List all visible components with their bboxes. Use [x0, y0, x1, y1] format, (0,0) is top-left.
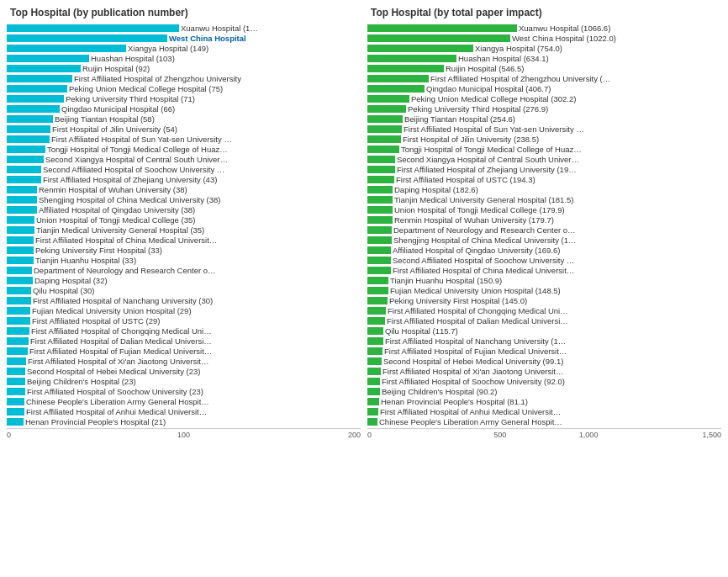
bar: [7, 95, 64, 103]
bar: [367, 45, 473, 52]
bar-row: Qingdao Municipal Hospital (406.7): [367, 84, 721, 93]
bar-row: Henan Provincial People's Hospital (81.1…: [367, 397, 721, 406]
bar-row: Chinese People's Liberation Army General…: [367, 417, 721, 426]
right-x-axis: 05001,0001,500: [367, 428, 721, 439]
bar: [7, 357, 26, 365]
bar-row: First Affiliated Hospital of Chongqing M…: [367, 306, 721, 315]
bar: [367, 368, 381, 375]
bar-row: Huashan Hospital (634.1): [367, 54, 721, 63]
bar: [367, 176, 394, 183]
bar: [7, 408, 24, 416]
bar-label: Tongji Hospital of Tongji Medical Colleg…: [45, 145, 230, 154]
bar-row: First Affiliated Hospital of Chongqing M…: [7, 326, 361, 336]
left-x-axis: 0100200: [7, 428, 361, 439]
bar-label: Xuanwu Hospital (1…: [179, 24, 258, 33]
bar-label: Henan Provincial People's Hospital (21): [24, 417, 166, 426]
bar-label: First Affiliated Hospital of Anhui Medic…: [378, 407, 563, 416]
bar-label: Beijing Children's Hospital (90.2): [380, 387, 498, 396]
bar: [7, 388, 25, 395]
bar-row: Second Hospital of Hebei Medical Univers…: [7, 367, 361, 376]
bar-row: Affiliated Hospital of Qingdao Universit…: [7, 205, 361, 214]
bar-row: First Hospital of Jilin University (54): [7, 124, 361, 134]
bar-row: First Affiliated Hospital of Anhui Medic…: [367, 407, 721, 416]
bar-label: First Affiliated Hospital of Dalian Medi…: [385, 316, 570, 326]
bar-row: Tianjin Huanhu Hospital (33): [7, 256, 361, 265]
x-tick: 0: [367, 431, 456, 439]
bar-row: Beijing Children's Hospital (23): [7, 377, 361, 386]
bar-row: Daping Hospital (32): [7, 276, 361, 285]
bar-row: Daping Hospital (182.6): [367, 185, 721, 194]
bar-row: Tianjin Huanhu Hospital (150.9): [367, 276, 721, 285]
bar-label: Fujian Medical University Union Hospital…: [388, 286, 561, 295]
bar: [7, 45, 126, 52]
x-tick: 1,000: [545, 431, 633, 439]
bar-label: First Hospital of Jilin University (238.…: [401, 135, 539, 144]
bar-row: First Affiliated Hospital of USTC (194.3…: [367, 175, 721, 184]
bar: [367, 418, 377, 426]
bar-row: First Affiliated Hospital of Anhui Medic…: [7, 407, 361, 416]
bar-label: First Affiliated Hospital of Soochow Uni…: [25, 387, 203, 396]
bar-row: West China Hospital: [7, 34, 361, 43]
bar: [7, 156, 44, 163]
bar: [367, 75, 429, 82]
bar: [367, 226, 392, 234]
bar-row: Second Xiangya Hospital of Central South…: [7, 155, 361, 164]
bar-label: Fujian Medical University Union Hospital…: [30, 306, 192, 315]
bar-label: First Affiliated Hospital of Xi'an Jiaot…: [381, 367, 566, 376]
bar-label: Tianjin Medical University General Hospi…: [393, 195, 574, 204]
bar-row: Peking Union Medical College Hospital (3…: [367, 94, 721, 103]
bar-label: Qingdao Municipal Hospital (406.7): [425, 84, 551, 93]
bar: [7, 277, 33, 284]
right-chart-title: Top Hospital (by total paper impact): [367, 7, 721, 19]
bar-row: Qilu Hospital (30): [7, 286, 361, 295]
bar-row: First Affiliated Hospital of Nanchang Un…: [7, 296, 361, 305]
bar-label: Xiangya Hospital (754.0): [473, 44, 562, 53]
bar-label: Qilu Hospital (115.7): [383, 326, 458, 336]
bar-row: Department of Neurology and Research Cen…: [367, 225, 721, 235]
bar: [7, 34, 167, 42]
bar-label: Department of Neurology and Research Cen…: [392, 225, 577, 235]
bar-row: First Affiliated Hospital of Fujian Medi…: [7, 347, 361, 356]
bar-label: First Affiliated Hospital of Dalian Medi…: [29, 336, 214, 346]
bar-row: Second Hospital of Hebei Medical Univers…: [367, 357, 721, 366]
bar-label: First Affiliated Hospital of Fujian Medi…: [28, 347, 213, 356]
bar: [7, 368, 25, 375]
x-tick: 100: [124, 431, 242, 439]
bar: [367, 297, 388, 304]
bar-label: Second Affiliated Hospital of Soochow Un…: [391, 256, 576, 265]
bar-label: First Affiliated Hospital of Chongqing M…: [386, 306, 571, 315]
bar-label: First Affiliated Hospital of Sun Yat-sen…: [50, 135, 235, 144]
bar: [367, 398, 379, 405]
bar-row: Renmin Hospital of Wuhan University (179…: [367, 215, 721, 225]
bar: [367, 55, 456, 62]
bar: [367, 287, 388, 294]
bar: [367, 135, 401, 143]
bar: [7, 55, 89, 62]
bar: [367, 357, 382, 365]
bar-row: Beijing Tiantan Hospital (254.6): [367, 114, 721, 124]
bar: [367, 307, 386, 315]
bar: [367, 65, 444, 72]
bar-row: Henan Provincial People's Hospital (21): [7, 417, 361, 426]
bar-label: First Affiliated Hospital of USTC (29): [30, 316, 160, 326]
bar: [367, 257, 391, 264]
bar: [7, 196, 37, 204]
x-tick: 200: [243, 431, 361, 439]
bar-row: First Affiliated Hospital of Zhejiang Un…: [367, 165, 721, 174]
bar: [367, 408, 378, 416]
bar-row: First Affiliated Hospital of USTC (29): [7, 316, 361, 326]
x-tick: 0: [7, 431, 124, 439]
bar-label: Beijing Tiantan Hospital (58): [53, 114, 155, 124]
bar-row: First Affiliated Hospital of Zhengzhou U…: [7, 74, 361, 83]
bar-label: Renmin Hospital of Wuhan University (38): [37, 185, 187, 194]
bar: [367, 156, 395, 163]
bar-row: Peking University Third Hospital (276.9): [367, 104, 721, 114]
left-chart-title: Top Hospital (by publication number): [7, 7, 361, 19]
bar-row: Union Hospital of Tongji Medical College…: [367, 205, 721, 214]
bar: [7, 307, 30, 315]
bar-row: First Affiliated Hospital of China Medic…: [7, 236, 361, 245]
bar: [367, 146, 399, 153]
bar: [7, 236, 34, 244]
bar-row: First Affiliated Hospital of China Medic…: [367, 266, 721, 275]
bar-row: First Affiliated Hospital of Xi'an Jiaot…: [367, 367, 721, 376]
